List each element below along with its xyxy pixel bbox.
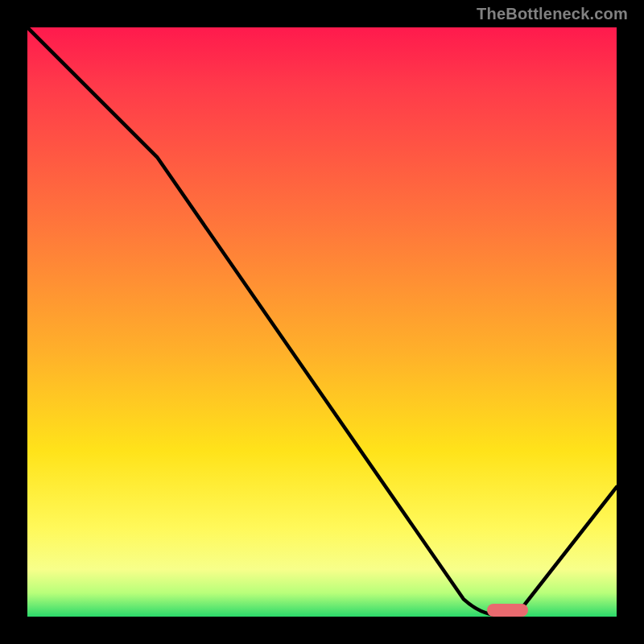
bottleneck-curve	[27, 27, 617, 617]
watermark-text: TheBottleneck.com	[477, 5, 628, 23]
optimal-range-marker	[487, 604, 528, 617]
chart-container: TheBottleneck.com	[0, 0, 644, 644]
plot-area	[27, 27, 617, 617]
